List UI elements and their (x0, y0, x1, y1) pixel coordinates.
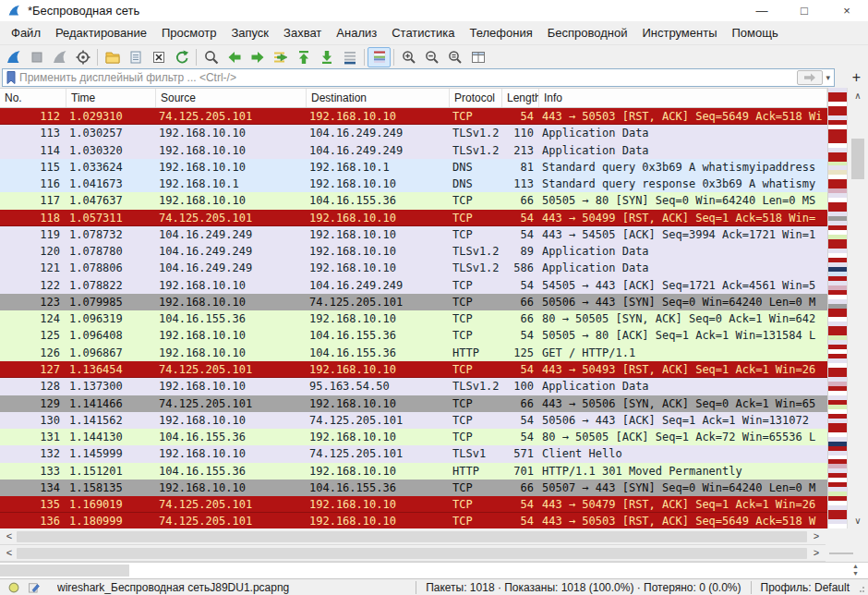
packet-row[interactable]: 1361.18099974.125.205.101 192.168.10.10T… (0, 513, 827, 529)
pane-splitter-handle[interactable] (829, 552, 853, 554)
maximize-button[interactable]: □ (783, 0, 826, 21)
capture-options-icon[interactable] (71, 47, 94, 67)
scroll-right-icon[interactable]: > (809, 528, 824, 544)
pane-spinner-icons[interactable]: ▲ ▼ (852, 563, 859, 577)
packet-row[interactable]: 1121.02931074.125.205.101 192.168.10.10T… (0, 108, 827, 125)
menu-item-2[interactable]: Просмотр (154, 26, 223, 40)
stop-capture-icon[interactable] (25, 47, 48, 67)
vertical-scrollbar-thumb[interactable] (851, 139, 864, 179)
minimap[interactable] (827, 88, 847, 528)
scroll-left-icon[interactable]: < (2, 545, 17, 561)
packet-row[interactable]: 1171.047637192.168.10.10 104.16.155.36TC… (0, 192, 827, 209)
open-file-icon[interactable] (101, 47, 124, 67)
zoom-out-icon[interactable] (420, 47, 443, 67)
status-bar: wireshark_Беспроводная сетьJ89DU1.pcapng… (0, 578, 868, 595)
packet-row[interactable]: 1161.041673192.168.10.1 192.168.10.10DNS… (0, 176, 827, 192)
go-forward-icon[interactable] (246, 47, 269, 67)
resize-columns-icon[interactable] (466, 47, 489, 67)
close-button[interactable]: × (826, 0, 868, 21)
column-header-no[interactable]: No. (0, 89, 66, 107)
colorize-packets-icon[interactable] (368, 47, 391, 67)
packet-row[interactable]: 1281.137300192.168.10.10 95.163.54.50TLS… (0, 378, 827, 395)
menu-item-10[interactable]: Помощь (725, 26, 786, 40)
go-last-packet-icon[interactable] (315, 47, 338, 67)
packet-row[interactable]: 1271.13645474.125.205.101 192.168.10.10T… (0, 361, 827, 378)
hscrollbar-thumb[interactable] (17, 548, 807, 559)
packet-row[interactable]: 1251.096408192.168.10.10 104.16.155.36TC… (0, 327, 827, 344)
zoom-in-icon[interactable] (397, 47, 420, 67)
column-header-destination[interactable]: Destination (307, 89, 450, 107)
restart-capture-icon[interactable] (48, 47, 71, 67)
capture-comment-icon[interactable] (28, 581, 41, 594)
spin-up-icon[interactable]: ▲ (852, 563, 859, 570)
packet-row[interactable]: 1151.033624192.168.10.10 192.168.10.1DNS… (0, 159, 827, 176)
go-first-packet-icon[interactable] (292, 47, 315, 67)
packet-row[interactable]: 1291.14146674.125.205.101 192.168.10.10T… (0, 395, 827, 412)
packet-row[interactable]: 1321.145999192.168.10.10 74.125.205.101T… (0, 445, 827, 462)
packet-list-hscrollbar[interactable]: < > (0, 528, 826, 545)
scroll-right-icon[interactable]: > (809, 545, 824, 561)
packet-row[interactable]: 1241.096319104.16.155.36 192.168.10.10TC… (0, 310, 827, 327)
vertical-scrollbar[interactable]: ∧ ∨ (847, 88, 868, 528)
spin-down-icon[interactable]: ▼ (852, 570, 859, 577)
close-file-icon[interactable] (147, 47, 170, 67)
packet-rows: 1121.02931074.125.205.101 192.168.10.10T… (0, 108, 827, 529)
expert-info-icon[interactable] (7, 581, 20, 594)
save-file-icon[interactable] (124, 47, 147, 67)
go-back-icon[interactable] (223, 47, 246, 67)
column-header-length[interactable]: Length (502, 89, 539, 107)
display-filter-input[interactable] (19, 71, 797, 84)
column-header-info[interactable]: Info (539, 89, 827, 107)
resize-grip[interactable] (859, 582, 866, 593)
menu-item-1[interactable]: Редактирование (48, 26, 154, 40)
menu-item-7[interactable]: Телефония (462, 26, 539, 40)
packet-row[interactable]: 1141.030320192.168.10.10 104.16.249.249T… (0, 142, 827, 159)
packet-row[interactable]: 1341.158135192.168.10.10 104.16.155.36TC… (0, 480, 827, 496)
scroll-up-icon[interactable]: ∧ (848, 91, 868, 101)
menu-item-5[interactable]: Анализ (329, 26, 384, 40)
packet-row[interactable]: 1131.030257192.168.10.10 104.16.249.249T… (0, 125, 827, 141)
menu-item-3[interactable]: Запуск (223, 26, 276, 40)
packet-row[interactable]: 1301.141562192.168.10.10 74.125.205.101T… (0, 412, 827, 429)
scrollbar-corner (826, 528, 868, 562)
hscrollbar-thumb[interactable] (17, 531, 807, 542)
scroll-down-icon[interactable]: ∨ (848, 516, 868, 526)
find-packet-icon[interactable] (199, 47, 223, 67)
column-header-protocol[interactable]: Protocol (450, 89, 502, 107)
scroll-left-icon[interactable]: < (2, 528, 17, 544)
toolbar-separator (393, 49, 394, 66)
go-to-packet-icon[interactable] (269, 47, 292, 67)
packet-row[interactable]: 1261.096867192.168.10.10 104.16.155.36HT… (0, 345, 827, 361)
window-title: *Беспроводная сеть (28, 4, 139, 18)
packet-row[interactable]: 1181.05731174.125.205.101 192.168.10.10T… (0, 210, 827, 226)
menu-item-9[interactable]: Инструменты (634, 26, 724, 40)
auto-scroll-icon[interactable] (338, 47, 361, 67)
minimize-button[interactable]: — (741, 0, 783, 21)
packet-row[interactable]: 1231.079985192.168.10.10 74.125.205.101T… (0, 294, 827, 310)
profile-selector[interactable]: Профиль: Default (751, 581, 860, 594)
start-capture-icon[interactable] (2, 47, 25, 67)
menu-item-0[interactable]: Файл (4, 26, 48, 40)
menu-item-4[interactable]: Захват (276, 26, 329, 40)
packet-row[interactable]: 1221.078822192.168.10.10 104.16.249.249T… (0, 277, 827, 294)
display-filter-field[interactable]: ▾ (2, 68, 835, 87)
packet-row[interactable]: 1191.078732104.16.249.249 192.168.10.10T… (0, 226, 827, 243)
packet-row[interactable]: 1201.078780104.16.249.249 192.168.10.10T… (0, 243, 827, 260)
apply-filter-button[interactable] (797, 70, 823, 85)
packet-row[interactable]: 1211.078806104.16.249.249 192.168.10.10T… (0, 260, 827, 276)
menu-item-8[interactable]: Беспроводной (540, 26, 635, 40)
packet-row[interactable]: 1351.16901974.125.205.101 192.168.10.10T… (0, 496, 827, 513)
add-filter-button-icon[interactable]: + (852, 67, 861, 88)
column-header-time[interactable]: Time (66, 89, 156, 107)
detail-pane-hscrollbar[interactable]: < > (0, 545, 826, 562)
toolbar-separator (196, 49, 197, 66)
packet-row[interactable]: 1311.144130104.16.155.36 192.168.10.10TC… (0, 429, 827, 445)
filter-dropdown-caret-icon[interactable]: ▾ (826, 73, 830, 82)
column-header-source[interactable]: Source (156, 89, 307, 107)
reload-file-icon[interactable] (170, 47, 193, 67)
collapsed-pane-thumb[interactable] (0, 565, 129, 577)
filter-bookmark-icon[interactable] (5, 70, 18, 85)
menu-item-6[interactable]: Статистика (384, 26, 462, 40)
packet-row[interactable]: 1331.151201104.16.155.36 192.168.10.10HT… (0, 463, 827, 480)
zoom-original-icon[interactable] (443, 47, 466, 67)
